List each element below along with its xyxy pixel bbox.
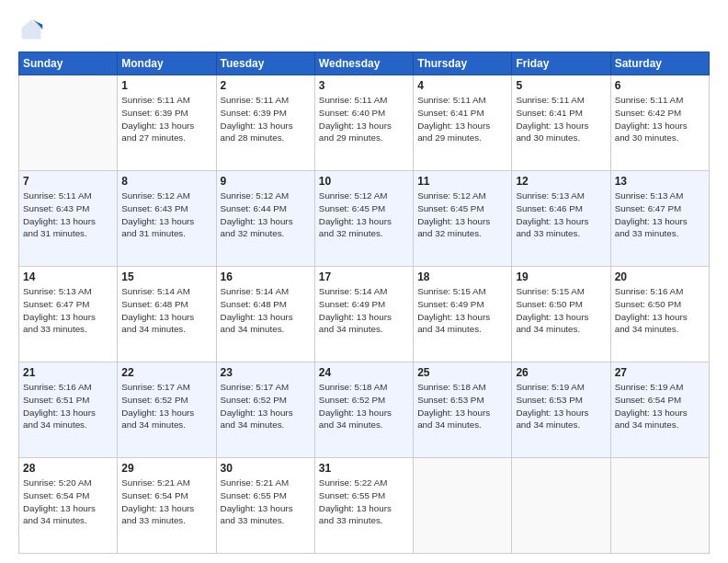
day-info: Sunrise: 5:20 AM Sunset: 6:54 PM Dayligh… bbox=[23, 477, 113, 527]
day-info: Sunrise: 5:18 AM Sunset: 6:52 PM Dayligh… bbox=[319, 381, 409, 431]
day-number: 30 bbox=[221, 461, 311, 476]
day-number: 28 bbox=[23, 461, 113, 476]
day-info: Sunrise: 5:13 AM Sunset: 6:46 PM Dayligh… bbox=[516, 190, 606, 240]
calendar-cell bbox=[610, 458, 709, 554]
day-info: Sunrise: 5:12 AM Sunset: 6:44 PM Dayligh… bbox=[221, 190, 311, 240]
calendar-cell: 16Sunrise: 5:14 AM Sunset: 6:48 PM Dayli… bbox=[216, 267, 314, 362]
day-number: 10 bbox=[319, 174, 409, 189]
weekday-header-row: SundayMondayTuesdayWednesdayThursdayFrid… bbox=[19, 52, 710, 75]
day-number: 23 bbox=[221, 365, 311, 380]
calendar-cell bbox=[414, 458, 512, 554]
day-info: Sunrise: 5:11 AM Sunset: 6:43 PM Dayligh… bbox=[23, 190, 113, 240]
weekday-header-sunday: Sunday bbox=[19, 52, 118, 75]
weekday-header-saturday: Saturday bbox=[610, 52, 709, 75]
day-number: 4 bbox=[417, 78, 507, 93]
calendar-table: SundayMondayTuesdayWednesdayThursdayFrid… bbox=[18, 52, 710, 554]
calendar-cell: 5Sunrise: 5:11 AM Sunset: 6:41 PM Daylig… bbox=[512, 75, 610, 171]
day-number: 18 bbox=[417, 270, 507, 284]
day-number: 9 bbox=[221, 174, 311, 189]
day-info: Sunrise: 5:15 AM Sunset: 6:50 PM Dayligh… bbox=[516, 285, 606, 336]
calendar-cell: 31Sunrise: 5:22 AM Sunset: 6:55 PM Dayli… bbox=[314, 458, 413, 554]
calendar-cell: 22Sunrise: 5:17 AM Sunset: 6:52 PM Dayli… bbox=[118, 362, 216, 458]
day-number: 15 bbox=[121, 270, 211, 284]
calendar-cell: 13Sunrise: 5:13 AM Sunset: 6:47 PM Dayli… bbox=[610, 171, 709, 267]
day-number: 5 bbox=[516, 78, 606, 93]
day-info: Sunrise: 5:21 AM Sunset: 6:55 PM Dayligh… bbox=[221, 477, 311, 527]
day-info: Sunrise: 5:22 AM Sunset: 6:55 PM Dayligh… bbox=[319, 477, 409, 527]
day-number: 29 bbox=[121, 461, 211, 476]
header bbox=[18, 17, 710, 42]
calendar-cell: 10Sunrise: 5:12 AM Sunset: 6:45 PM Dayli… bbox=[314, 171, 413, 267]
day-number: 20 bbox=[615, 270, 705, 284]
day-number: 2 bbox=[221, 78, 311, 93]
day-number: 16 bbox=[221, 270, 311, 284]
calendar-cell: 25Sunrise: 5:18 AM Sunset: 6:53 PM Dayli… bbox=[414, 362, 512, 458]
day-number: 17 bbox=[319, 270, 409, 284]
day-number: 24 bbox=[319, 365, 409, 380]
calendar-cell bbox=[19, 75, 118, 171]
calendar-cell: 18Sunrise: 5:15 AM Sunset: 6:49 PM Dayli… bbox=[414, 267, 512, 362]
calendar-week-row: 7Sunrise: 5:11 AM Sunset: 6:43 PM Daylig… bbox=[19, 171, 710, 267]
day-number: 12 bbox=[516, 174, 606, 189]
day-number: 8 bbox=[121, 174, 211, 189]
calendar-week-row: 21Sunrise: 5:16 AM Sunset: 6:51 PM Dayli… bbox=[19, 362, 710, 458]
calendar-cell: 2Sunrise: 5:11 AM Sunset: 6:39 PM Daylig… bbox=[216, 75, 314, 171]
calendar-cell: 30Sunrise: 5:21 AM Sunset: 6:55 PM Dayli… bbox=[216, 458, 314, 554]
calendar-cell: 20Sunrise: 5:16 AM Sunset: 6:50 PM Dayli… bbox=[610, 267, 709, 362]
day-info: Sunrise: 5:11 AM Sunset: 6:41 PM Dayligh… bbox=[516, 94, 606, 144]
calendar-cell: 3Sunrise: 5:11 AM Sunset: 6:40 PM Daylig… bbox=[314, 75, 413, 171]
day-number: 21 bbox=[23, 365, 113, 380]
weekday-header-monday: Monday bbox=[118, 52, 216, 75]
day-info: Sunrise: 5:16 AM Sunset: 6:50 PM Dayligh… bbox=[615, 285, 705, 336]
calendar-cell bbox=[512, 458, 610, 554]
weekday-header-wednesday: Wednesday bbox=[314, 52, 413, 75]
day-info: Sunrise: 5:12 AM Sunset: 6:45 PM Dayligh… bbox=[319, 190, 409, 240]
day-info: Sunrise: 5:11 AM Sunset: 6:42 PM Dayligh… bbox=[615, 94, 705, 144]
page: SundayMondayTuesdayWednesdayThursdayFrid… bbox=[0, 0, 728, 563]
logo bbox=[18, 17, 48, 42]
day-number: 11 bbox=[417, 174, 507, 189]
day-info: Sunrise: 5:19 AM Sunset: 6:54 PM Dayligh… bbox=[615, 381, 705, 431]
day-number: 27 bbox=[615, 365, 705, 380]
calendar-cell: 23Sunrise: 5:17 AM Sunset: 6:52 PM Dayli… bbox=[216, 362, 314, 458]
day-info: Sunrise: 5:11 AM Sunset: 6:39 PM Dayligh… bbox=[221, 94, 311, 144]
day-info: Sunrise: 5:18 AM Sunset: 6:53 PM Dayligh… bbox=[417, 381, 507, 431]
calendar-cell: 12Sunrise: 5:13 AM Sunset: 6:46 PM Dayli… bbox=[512, 171, 610, 267]
day-info: Sunrise: 5:11 AM Sunset: 6:40 PM Dayligh… bbox=[319, 94, 409, 144]
day-number: 25 bbox=[417, 365, 507, 380]
calendar-cell: 19Sunrise: 5:15 AM Sunset: 6:50 PM Dayli… bbox=[512, 267, 610, 362]
day-number: 26 bbox=[516, 365, 606, 380]
calendar-cell: 29Sunrise: 5:21 AM Sunset: 6:54 PM Dayli… bbox=[118, 458, 216, 554]
logo-icon bbox=[18, 17, 44, 42]
calendar-cell: 4Sunrise: 5:11 AM Sunset: 6:41 PM Daylig… bbox=[414, 75, 512, 171]
day-info: Sunrise: 5:14 AM Sunset: 6:48 PM Dayligh… bbox=[121, 285, 211, 336]
calendar-cell: 6Sunrise: 5:11 AM Sunset: 6:42 PM Daylig… bbox=[610, 75, 709, 171]
day-info: Sunrise: 5:14 AM Sunset: 6:48 PM Dayligh… bbox=[221, 285, 311, 336]
calendar-cell: 14Sunrise: 5:13 AM Sunset: 6:47 PM Dayli… bbox=[19, 267, 118, 362]
calendar-cell: 28Sunrise: 5:20 AM Sunset: 6:54 PM Dayli… bbox=[19, 458, 118, 554]
calendar-cell: 7Sunrise: 5:11 AM Sunset: 6:43 PM Daylig… bbox=[19, 171, 118, 267]
calendar-cell: 21Sunrise: 5:16 AM Sunset: 6:51 PM Dayli… bbox=[19, 362, 118, 458]
day-info: Sunrise: 5:21 AM Sunset: 6:54 PM Dayligh… bbox=[121, 477, 211, 527]
day-number: 14 bbox=[23, 270, 113, 284]
calendar-cell: 8Sunrise: 5:12 AM Sunset: 6:43 PM Daylig… bbox=[118, 171, 216, 267]
day-number: 31 bbox=[319, 461, 409, 476]
day-info: Sunrise: 5:13 AM Sunset: 6:47 PM Dayligh… bbox=[23, 285, 113, 336]
weekday-header-friday: Friday bbox=[512, 52, 610, 75]
day-info: Sunrise: 5:11 AM Sunset: 6:41 PM Dayligh… bbox=[417, 94, 507, 144]
calendar-week-row: 1Sunrise: 5:11 AM Sunset: 6:39 PM Daylig… bbox=[19, 75, 710, 171]
weekday-header-thursday: Thursday bbox=[414, 52, 512, 75]
day-info: Sunrise: 5:14 AM Sunset: 6:49 PM Dayligh… bbox=[319, 285, 409, 336]
calendar-week-row: 28Sunrise: 5:20 AM Sunset: 6:54 PM Dayli… bbox=[19, 458, 710, 554]
day-info: Sunrise: 5:13 AM Sunset: 6:47 PM Dayligh… bbox=[615, 190, 705, 240]
calendar-cell: 1Sunrise: 5:11 AM Sunset: 6:39 PM Daylig… bbox=[118, 75, 216, 171]
day-number: 19 bbox=[516, 270, 606, 284]
day-number: 1 bbox=[121, 78, 211, 93]
calendar-cell: 27Sunrise: 5:19 AM Sunset: 6:54 PM Dayli… bbox=[610, 362, 709, 458]
calendar-cell: 26Sunrise: 5:19 AM Sunset: 6:53 PM Dayli… bbox=[512, 362, 610, 458]
day-number: 6 bbox=[615, 78, 705, 93]
calendar-cell: 24Sunrise: 5:18 AM Sunset: 6:52 PM Dayli… bbox=[314, 362, 413, 458]
day-info: Sunrise: 5:16 AM Sunset: 6:51 PM Dayligh… bbox=[23, 381, 113, 431]
day-info: Sunrise: 5:12 AM Sunset: 6:43 PM Dayligh… bbox=[121, 190, 211, 240]
day-info: Sunrise: 5:19 AM Sunset: 6:53 PM Dayligh… bbox=[516, 381, 606, 431]
